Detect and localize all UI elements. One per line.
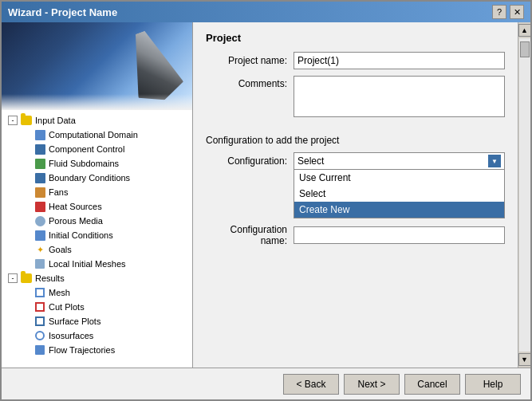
configuration-dropdown[interactable]: Select ▼	[294, 152, 505, 170]
tree-label-flow-trajectories: Flow Trajectories	[49, 345, 115, 355]
configuration-label: Configuration:	[206, 155, 294, 167]
configuration-dropdown-container: Select ▼ Use Current Select Create New	[294, 152, 505, 170]
tree-item-goals[interactable]: ✦ Goals	[2, 242, 192, 257]
tree-label-heat-sources: Heat Sources	[49, 202, 102, 211]
project-name-label: Project name:	[206, 55, 294, 66]
tree-item-fluid-subdomains[interactable]: Fluid Subdomains	[2, 156, 192, 171]
tree-label-mesh: Mesh	[49, 288, 70, 297]
next-button[interactable]: Next >	[344, 374, 400, 395]
cut-plots-icon	[33, 301, 46, 313]
tree-label-local-initial-meshes: Local Initial Meshes	[49, 259, 126, 269]
dropdown-arrow-icon: ▼	[488, 155, 501, 167]
dropdown-option-use-current[interactable]: Use Current	[294, 170, 504, 186]
help-title-button[interactable]: ?	[492, 5, 506, 19]
fans-icon	[33, 186, 46, 199]
tree-item-boundary-conditions[interactable]: Boundary Conditions	[2, 171, 192, 185]
project-name-row: Project name:	[206, 52, 505, 69]
tree-item-porous-media[interactable]: Porous Media	[2, 214, 192, 228]
tree-label-results: Results	[35, 273, 65, 283]
initial-icon	[33, 229, 46, 242]
tree-item-computational-domain[interactable]: Computational Domain	[2, 128, 192, 142]
results-folder-icon	[20, 272, 33, 285]
fluid-icon	[33, 157, 46, 170]
surface-plots-icon	[33, 315, 46, 328]
close-title-button[interactable]: ✕	[510, 5, 524, 19]
tree-label-fluid-subdomains: Fluid Subdomains	[49, 159, 119, 168]
comments-input[interactable]	[294, 76, 505, 117]
right-panel-wrapper: Project Project name: Comments: Configur…	[193, 22, 530, 368]
title-bar-right: ? ✕	[492, 5, 524, 19]
tree-area: - Input Data Computational Domain	[2, 110, 192, 368]
porous-icon	[33, 214, 46, 227]
goals-icon: ✦	[33, 243, 46, 256]
tree-item-component-control[interactable]: Component Control	[2, 142, 192, 156]
title-bar: Wizard - Project Name ? ✕	[2, 2, 530, 22]
project-name-input[interactable]	[294, 52, 505, 69]
tree-label-porous-media: Porous Media	[49, 216, 103, 226]
tree-label-goals: Goals	[49, 245, 72, 254]
config-name-input[interactable]	[294, 226, 505, 244]
right-scrollbar: ▲ ▼	[518, 22, 530, 368]
tree-label-boundary-conditions: Boundary Conditions	[49, 173, 130, 183]
scroll-thumb	[520, 41, 530, 57]
tree-label-component-control: Component Control	[49, 144, 124, 154]
tree-item-fans[interactable]: Fans	[2, 185, 192, 199]
back-button[interactable]: < Back	[283, 374, 339, 395]
folder-icon	[20, 114, 33, 127]
dropdown-option-select[interactable]: Select	[294, 186, 504, 202]
main-dialog: Wizard - Project Name ? ✕ - Input D	[0, 0, 532, 401]
comments-label: Comments:	[206, 76, 294, 89]
scroll-up-btn[interactable]: ▲	[518, 24, 531, 37]
tree-item-input-data[interactable]: - Input Data	[2, 113, 192, 128]
dropdown-list: Use Current Select Create New	[294, 170, 505, 218]
bottom-bar: < Back Next > Cancel Help	[2, 368, 530, 399]
header-image	[2, 22, 192, 110]
dialog-body: - Input Data Computational Domain	[2, 22, 530, 368]
tree-item-local-initial-meshes[interactable]: Local Initial Meshes	[2, 257, 192, 271]
tree-label-computational-domain: Computational Domain	[49, 130, 138, 140]
tree-label-input-data: Input Data	[35, 116, 76, 125]
dialog-title: Wizard - Project Name	[8, 6, 117, 18]
project-section-title: Project	[206, 32, 505, 44]
right-panel: Project Project name: Comments: Configur…	[193, 22, 518, 368]
tree-item-results[interactable]: - Results	[2, 271, 192, 285]
tree-label-fans: Fans	[49, 187, 68, 197]
config-name-label: Configuration name:	[206, 224, 294, 246]
flow-trajectories-icon	[33, 344, 46, 356]
tree-item-surface-plots[interactable]: Surface Plots	[2, 314, 192, 328]
decorative-pen	[117, 24, 187, 108]
expand-results[interactable]: -	[8, 273, 18, 283]
tree-item-flow-trajectories[interactable]: Flow Trajectories	[2, 343, 192, 357]
expand-input-data[interactable]: -	[8, 116, 18, 125]
boundary-icon	[33, 171, 46, 184]
scroll-down-btn[interactable]: ▼	[518, 353, 531, 366]
tree-label-cut-plots: Cut Plots	[49, 302, 85, 312]
left-panel: - Input Data Computational Domain	[2, 22, 193, 368]
config-name-row: Configuration name:	[206, 224, 505, 246]
right-content: Project Project name: Comments: Configur…	[206, 32, 505, 358]
isosurfaces-icon	[33, 329, 46, 342]
dropdown-selected-value: Select	[298, 155, 324, 167]
mesh-icon	[33, 286, 46, 299]
tree-item-initial-conditions[interactable]: Initial Conditions	[2, 228, 192, 242]
tree-label-surface-plots: Surface Plots	[49, 316, 100, 326]
component-icon	[33, 143, 46, 155]
configuration-row: Configuration: Select ▼ Use Current Sele…	[206, 152, 505, 170]
tree-item-isosurfaces[interactable]: Isosurfaces	[2, 328, 192, 343]
help-button[interactable]: Help	[465, 374, 521, 395]
tree-label-initial-conditions: Initial Conditions	[49, 230, 113, 240]
dropdown-option-create-new[interactable]: Create New	[294, 202, 504, 218]
title-bar-left: Wizard - Project Name	[8, 6, 117, 18]
config-section-title: Configuration to add the project	[206, 135, 505, 146]
cancel-button[interactable]: Cancel	[404, 374, 460, 395]
local-mesh-icon	[33, 258, 46, 270]
domain-icon	[33, 128, 46, 141]
tree-label-isosurfaces: Isosurfaces	[49, 331, 93, 340]
heat-icon	[33, 200, 46, 213]
comments-row: Comments:	[206, 76, 505, 117]
tree-item-cut-plots[interactable]: Cut Plots	[2, 300, 192, 314]
tree-item-heat-sources[interactable]: Heat Sources	[2, 199, 192, 214]
scroll-track	[519, 38, 530, 352]
tree-item-mesh[interactable]: Mesh	[2, 285, 192, 300]
